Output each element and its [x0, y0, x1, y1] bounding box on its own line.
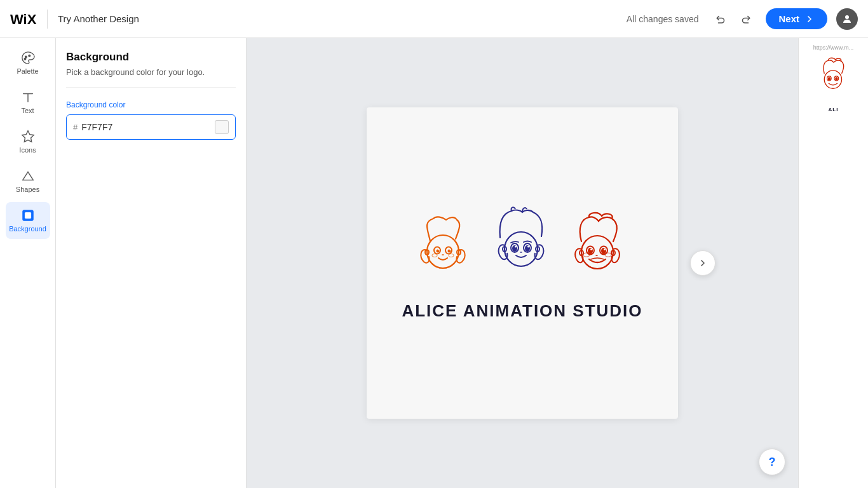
svg-point-16: [450, 249, 451, 250]
preview-character-icon: [815, 57, 853, 101]
preview-url-text: https://www.m...: [813, 44, 854, 51]
character-1-icon: [411, 212, 481, 288]
svg-point-21: [505, 232, 538, 266]
help-button[interactable]: ?: [759, 449, 785, 475]
wix-logo: WiX: [10, 13, 37, 25]
redo-button[interactable]: [735, 9, 756, 29]
svg-point-26: [515, 245, 517, 247]
sidebar-item-shapes[interactable]: Shapes: [6, 163, 50, 200]
svg-point-2: [25, 56, 27, 58]
user-avatar-button[interactable]: [836, 8, 858, 30]
logo-preview-card: ALICE ANIMATION STUDIO: [367, 107, 678, 419]
user-icon: [841, 13, 853, 25]
next-button[interactable]: Next: [766, 8, 827, 29]
palette-icon: [21, 51, 35, 65]
hash-symbol: #: [73, 123, 78, 132]
character-2-icon: [487, 206, 557, 288]
svg-point-19: [432, 254, 437, 257]
save-status: All changes saved: [627, 14, 699, 24]
undo-button[interactable]: [711, 9, 731, 29]
right-preview-panel: https://www.m... ALI: [798, 38, 868, 488]
svg-point-45: [835, 77, 837, 80]
color-input-row[interactable]: #: [66, 114, 236, 140]
panel-title: Background: [66, 51, 236, 64]
panel-subtitle: Pick a background color for your logo.: [66, 67, 236, 88]
logo-brand-text: ALICE ANIMATION STUDIO: [402, 301, 642, 321]
topbar-divider: [47, 10, 48, 29]
svg-point-20: [449, 254, 454, 257]
svg-point-35: [590, 248, 592, 250]
background-icon: [21, 208, 35, 222]
topbar: WiX Try Another Design All changes saved…: [0, 0, 868, 38]
color-hex-input[interactable]: [81, 122, 211, 132]
wix-logo-icon: WiX: [10, 13, 37, 25]
preview-logo-name: ALI: [829, 107, 839, 112]
text-icon: [21, 90, 35, 104]
svg-point-27: [527, 245, 529, 247]
svg-point-4: [24, 58, 26, 60]
sidebar-item-icons[interactable]: Icons: [6, 123, 50, 160]
sidebar-item-background[interactable]: Background: [6, 202, 50, 239]
svg-point-36: [604, 248, 606, 250]
svg-point-1: [845, 15, 849, 19]
svg-point-10: [427, 235, 459, 268]
svg-text:WiX: WiX: [10, 13, 37, 25]
chevron-right-icon: [698, 258, 708, 268]
svg-point-38: [605, 253, 611, 257]
svg-point-15: [438, 249, 440, 250]
color-swatch[interactable]: [215, 120, 229, 134]
sidebar-item-palette[interactable]: Palette: [6, 44, 50, 81]
svg-point-44: [827, 77, 830, 80]
icon-rail: Palette Text Icons Shapes: [0, 38, 56, 488]
svg-rect-9: [25, 212, 31, 218]
star-icon: [21, 130, 35, 144]
undo-redo-group: [711, 9, 756, 29]
svg-point-34: [601, 248, 606, 254]
shapes-icon: [21, 169, 35, 183]
logo-characters: [411, 206, 634, 288]
canvas-next-button[interactable]: [690, 250, 715, 276]
next-arrow-icon: [804, 14, 815, 24]
canvas-area: ALICE ANIMATION STUDIO ?: [247, 38, 798, 488]
topbar-title: Try Another Design: [58, 13, 139, 24]
svg-marker-7: [22, 131, 33, 142]
color-label: Background color: [66, 100, 236, 109]
settings-panel: Background Pick a background color for y…: [56, 38, 247, 488]
preview-logo-thumbnail: [808, 53, 859, 104]
sidebar-item-text[interactable]: Text: [6, 84, 50, 121]
svg-point-3: [28, 55, 30, 57]
main-layout: Palette Text Icons Shapes: [0, 38, 868, 488]
character-3-icon: [564, 214, 634, 288]
svg-point-30: [581, 236, 613, 269]
